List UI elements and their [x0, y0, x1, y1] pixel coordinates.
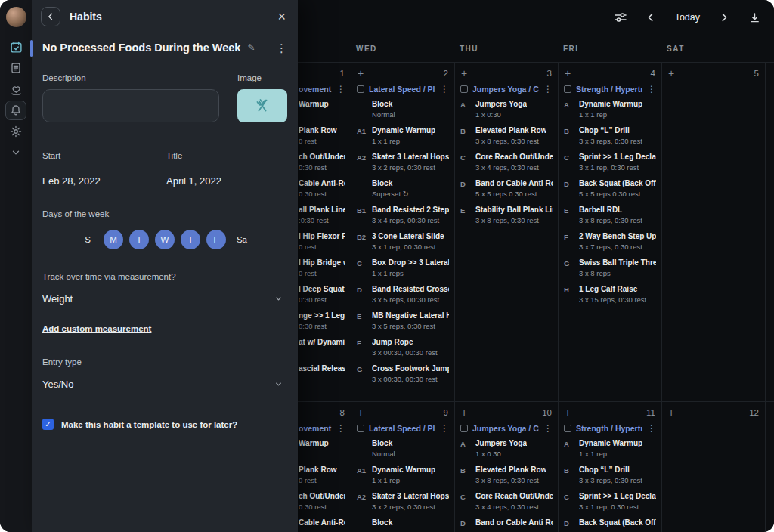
day-toggle-4[interactable]: T: [181, 230, 200, 249]
back-button[interactable]: [41, 7, 60, 26]
exercise-item[interactable]: FJump Rope3 x 00:30, 00:30 rest: [357, 338, 449, 364]
calendar-cell[interactable]: +12: [662, 402, 766, 532]
close-icon[interactable]: ×: [277, 10, 286, 23]
exercise-item[interactable]: H1 Leg Calf Raise3 x 15 reps, 0:30 rest: [564, 285, 656, 311]
day-toggle-2[interactable]: T: [129, 230, 149, 249]
exercise-item[interactable]: BChop “L” Drill3 x 3 reps, 0:30 rest: [564, 126, 656, 153]
exercise-item[interactable]: AJumpers Yoga1 x 0:30: [460, 439, 553, 466]
workout-menu-icon[interactable]: ⋮: [440, 424, 449, 433]
workout-menu-icon[interactable]: ⋮: [647, 85, 656, 94]
exercise-item[interactable]: GSwiss Ball Triple Threat3 x 8 reps: [564, 258, 656, 285]
exercise-item[interactable]: DBand or Cable Anti Rotati...: [460, 518, 553, 532]
sidebar-item-habits[interactable]: [5, 79, 26, 99]
end-date-value[interactable]: April 1, 2022: [166, 175, 221, 187]
exercise-item[interactable]: A1Dynamic Warmup1 x 1 rep: [357, 126, 449, 153]
workout-title-row[interactable]: Strength / Hypertro...⋮: [564, 423, 656, 434]
exercise-item[interactable]: EMB Negative Lateral Hop...3 x 5 reps, 0…: [357, 311, 449, 338]
workout-title[interactable]: Lateral Speed / Plyo: [369, 85, 435, 94]
day-toggle-1[interactable]: M: [104, 230, 123, 249]
calendar-cell[interactable]: +10Jumpers Yoga / Core⋮AJumpers Yoga1 x …: [455, 402, 559, 532]
exercise-item[interactable]: BChop “L” Drill3 x 3 reps, 0:30 rest: [564, 466, 656, 492]
workout-title[interactable]: Jumpers Yoga / Core: [472, 424, 539, 433]
exercise-item[interactable]: DBand or Cable Anti Rotati...5 x 5 reps …: [460, 179, 553, 206]
workout-menu-icon[interactable]: ⋮: [543, 85, 553, 94]
sidebar-item-settings[interactable]: [5, 122, 26, 141]
template-checkbox-row[interactable]: ✓ Make this habit a template to use for …: [42, 419, 287, 430]
sidebar-item-notifications[interactable]: [5, 101, 26, 120]
exercise-item[interactable]: EStability Ball Plank Linear ...3 x 8 re…: [460, 206, 553, 232]
download-button[interactable]: [744, 7, 765, 28]
exercise-item[interactable]: ADynamic Warmup1 x 1 rep: [564, 100, 656, 126]
add-workout-button[interactable]: +: [668, 407, 674, 418]
workout-title-row[interactable]: Jumpers Yoga / Core⋮: [460, 423, 553, 434]
add-workout-button[interactable]: +: [358, 407, 364, 418]
description-input[interactable]: [42, 89, 219, 122]
filter-button[interactable]: [610, 7, 631, 28]
workout-title[interactable]: ovement Q...: [299, 424, 332, 433]
add-workout-button[interactable]: +: [461, 407, 467, 418]
next-week-button[interactable]: [714, 7, 735, 28]
exercise-item[interactable]: DBack Squat (Back Off Set): [564, 518, 656, 532]
exercise-item[interactable]: A1Dynamic Warmup1 x 1 rep: [357, 466, 449, 492]
sidebar-item-programs[interactable]: [5, 58, 26, 78]
exercise-item[interactable]: DBack Squat (Back Off Set)5 x 5 reps 0:3…: [564, 179, 656, 206]
exercise-item[interactable]: CSprint >> 1 Leg Declarations3 x 1 rep, …: [564, 153, 656, 179]
exercise-item[interactable]: ADynamic Warmup1 x 1 rep: [564, 439, 656, 466]
exercise-item[interactable]: F2 Way Bench Step Up3 x 7 reps, 0:30 res…: [564, 232, 656, 258]
habit-menu-icon[interactable]: ⋮: [276, 42, 287, 54]
workout-checkbox[interactable]: [460, 85, 468, 93]
exercise-item[interactable]: CBox Drop >> 3 Lateral H...1 x 1 reps: [357, 258, 449, 285]
add-custom-measurement-link[interactable]: Add custom measurement: [42, 324, 151, 333]
exercise-item[interactable]: BElevated Plank Row3 x 8 reps, 0:30 rest: [460, 466, 553, 492]
exercise-item[interactable]: CCore Reach Out/Under3 x 4 reps, 0:30 re…: [460, 153, 553, 179]
exercise-item[interactable]: BElevated Plank Row3 x 8 reps, 0:30 rest: [460, 126, 553, 153]
workout-title[interactable]: Strength / Hypertro...: [576, 424, 642, 433]
workout-menu-icon[interactable]: ⋮: [440, 85, 449, 94]
calendar-cell[interactable]: +3Jumpers Yoga / Core⋮AJumpers Yoga1 x 0…: [455, 63, 559, 401]
workout-title[interactable]: Jumpers Yoga / Core: [472, 85, 539, 94]
habit-image-thumbnail[interactable]: [237, 89, 287, 122]
workout-checkbox[interactable]: [564, 85, 571, 93]
workout-title-row[interactable]: Jumpers Yoga / Core⋮: [460, 84, 553, 94]
workout-checkbox[interactable]: [357, 425, 364, 432]
calendar-cell[interactable]: +9Lateral Speed / Plyo⋮BlockNormalA1Dyna…: [351, 402, 455, 532]
calendar-cell[interactable]: +11Strength / Hypertro...⋮ADynamic Warmu…: [559, 402, 662, 532]
sidebar-item-calendar[interactable]: [5, 37, 26, 57]
template-checkbox[interactable]: ✓: [42, 419, 54, 430]
user-avatar[interactable]: [6, 7, 26, 27]
workout-title[interactable]: Lateral Speed / Plyo: [369, 424, 435, 433]
day-toggle-5[interactable]: F: [206, 230, 226, 249]
exercise-item[interactable]: DBand Resisted Crossover...3 x 5 reps, 0…: [357, 285, 449, 311]
workout-title[interactable]: Strength / Hypertro...: [576, 85, 642, 94]
entry-type-select[interactable]: Yes/No: [42, 379, 287, 390]
exercise-item[interactable]: B23 Cone Lateral Slide3 x 1 rep, 00:30 r…: [357, 232, 449, 258]
calendar-cell[interactable]: +4Strength / Hypertro...⋮ADynamic Warmup…: [559, 63, 662, 401]
exercise-item[interactable]: GCross Footwork Jump Rope3 x 00:30, 00:3…: [357, 364, 449, 391]
exercise-item[interactable]: AJumpers Yoga1 x 0:30: [460, 100, 553, 126]
measurement-select[interactable]: Weight: [42, 293, 287, 305]
exercise-item[interactable]: A2Skater 3 Lateral Hops >> ...3 x 2 reps…: [357, 492, 449, 518]
add-workout-button[interactable]: +: [668, 68, 674, 79]
exercise-item[interactable]: EBarbell RDL3 x 8 reps, 0:30 rest: [564, 206, 656, 232]
workout-title-row[interactable]: Lateral Speed / Plyo⋮: [357, 84, 449, 94]
workout-checkbox[interactable]: [357, 85, 364, 93]
day-toggle-3[interactable]: W: [155, 230, 175, 249]
add-workout-button[interactable]: +: [565, 68, 571, 79]
exercise-item[interactable]: CCore Reach Out/Under3 x 4 reps, 0:30 re…: [460, 492, 553, 518]
day-toggle-6[interactable]: Sa: [232, 230, 252, 249]
workout-title-row[interactable]: Strength / Hypertro...⋮: [564, 84, 656, 94]
workout-title-row[interactable]: Lateral Speed / Plyo⋮: [357, 423, 449, 434]
sidebar-expand-button[interactable]: [5, 143, 26, 162]
workout-menu-icon[interactable]: ⋮: [336, 85, 345, 94]
add-workout-button[interactable]: +: [461, 68, 467, 79]
calendar-cell[interactable]: +2Lateral Speed / Plyo⋮BlockNormalA1Dyna…: [351, 63, 455, 401]
workout-menu-icon[interactable]: ⋮: [647, 424, 656, 433]
exercise-item[interactable]: A2Skater 3 Lateral Hops >> ...3 x 2 reps…: [357, 153, 449, 179]
add-workout-button[interactable]: +: [358, 68, 364, 79]
edit-pencil-icon[interactable]: ✎: [247, 42, 255, 53]
add-workout-button[interactable]: +: [565, 407, 571, 418]
prev-week-button[interactable]: [640, 7, 661, 28]
workout-title[interactable]: ovement Q...: [299, 85, 332, 94]
day-toggle-0[interactable]: S: [78, 230, 98, 249]
start-date-value[interactable]: Feb 28, 2022: [42, 175, 166, 187]
